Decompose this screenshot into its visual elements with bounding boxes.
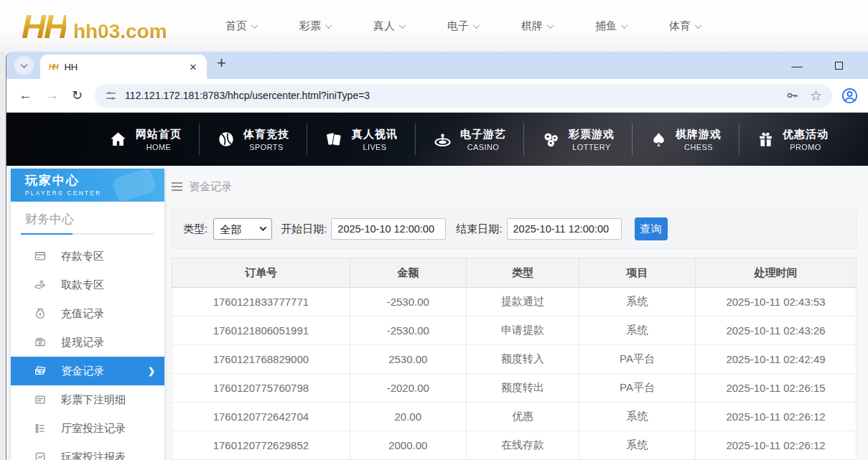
table-header-row: 订单号金额类型项目处理时间 — [172, 258, 857, 288]
sidebar-item-label: 存款专区 — [61, 250, 104, 263]
main-nav-title: 网站首页 — [136, 128, 182, 141]
table-row[interactable]: 1760121806051991-2530.00申请提款系统2025-10-11… — [172, 316, 857, 345]
main-nav-lives[interactable]: 真人视讯LIVES — [307, 123, 415, 155]
back-button[interactable]: ← — [12, 88, 39, 103]
sidebar-item-label: 彩票下注明细 — [61, 393, 126, 407]
bookmark-star-icon[interactable]: ☆ — [810, 88, 822, 104]
table-cell: 20.00 — [350, 403, 466, 431]
table-row[interactable]: 176012077264270420.00优惠系统2025-10-11 02:2… — [172, 403, 857, 431]
chevron-right-icon: ❯ — [148, 366, 155, 376]
table-header-cell: 订单号 — [172, 258, 350, 288]
end-date-input[interactable] — [507, 218, 622, 240]
chevron-down-icon — [325, 22, 332, 29]
main-nav-sports[interactable]: 体育竞技SPORTS — [199, 123, 307, 155]
reload-button[interactable]: ↻ — [65, 88, 89, 103]
sidebar-item-4[interactable]: 资金记录❯ — [11, 357, 164, 385]
main-nav-text: 电子游艺CASINO — [460, 128, 506, 151]
site-nav-label: 棋牌 — [521, 19, 543, 33]
window-minimize-button[interactable]: — — [786, 52, 808, 79]
main-nav-lottery[interactable]: 彩票游戏LOTTERY — [523, 123, 632, 155]
type-select[interactable]: 全部 — [213, 218, 272, 240]
funds-record-icon — [34, 365, 47, 377]
table-row[interactable]: 1760121833777771-2530.00提款通过系统2025-10-11… — [172, 288, 857, 316]
sidebar-item-6[interactable]: 厅室投注记录❯ — [11, 414, 164, 443]
table-header-cell: 金额 — [350, 258, 466, 288]
sidebar-item-label: 资金记录 — [61, 365, 104, 378]
room-bets-icon — [34, 422, 47, 435]
main-nav-home[interactable]: 网站首页HOME — [91, 123, 199, 155]
table-row[interactable]: 17601217688290002530.00额度转入PA平台2025-10-1… — [172, 345, 857, 374]
records-table: 订单号金额类型项目处理时间 1760121833777771-2530.00提款… — [172, 258, 857, 460]
sidebar-item-3[interactable]: 提现记录❯ — [11, 328, 164, 357]
sidebar-item-label: 充值记录 — [61, 307, 104, 321]
table-cell: 系统 — [579, 316, 696, 345]
withdraw-record-icon — [34, 336, 47, 349]
chevron-down-icon — [399, 22, 406, 29]
site-info-icon[interactable] — [105, 90, 117, 102]
table-cell: 额度转出 — [466, 374, 579, 403]
table-cell: PA平台 — [579, 374, 696, 403]
table-header-cell: 类型 — [466, 258, 579, 288]
site-nav-item-4[interactable]: 棋牌 — [500, 19, 574, 33]
home-icon — [108, 130, 128, 149]
chevron-down-icon — [251, 22, 258, 29]
main-nav-chess[interactable]: 棋牌游戏CHESS — [632, 123, 739, 155]
new-tab-button[interactable]: + — [217, 54, 226, 72]
sidebar-title: 玩家中心 — [25, 172, 164, 189]
site-nav-item-6[interactable]: 体育 — [648, 19, 722, 33]
site-nav-item-3[interactable]: 电子 — [426, 19, 500, 33]
url-text: 112.121.172.181:8783/hhcp/usercenter.htm… — [125, 90, 775, 101]
table-row[interactable]: 17601207726298522000.00在线存款系统2025-10-11 … — [172, 431, 857, 460]
main-nav-promo[interactable]: 优惠活动PROMO — [739, 123, 846, 155]
site-nav-item-1[interactable]: 彩票 — [279, 19, 353, 33]
recharge-record-icon — [34, 307, 47, 320]
browser-window: HH HH × + — ← → ↻ 112.121.172.181:8783/h… — [6, 52, 868, 460]
site-nav-item-5[interactable]: 捕鱼 — [574, 19, 648, 33]
password-key-icon[interactable] — [785, 88, 800, 103]
tab-close-icon[interactable]: × — [187, 60, 200, 75]
search-button[interactable]: 查询 — [635, 217, 668, 240]
browser-tab[interactable]: HH HH × — [40, 55, 207, 79]
sidebar-item-2[interactable]: 充值记录❯ — [11, 299, 164, 328]
site-logo[interactable]: HH hh03.com — [22, 9, 167, 43]
start-date-input[interactable] — [331, 218, 446, 240]
forward-button[interactable]: → — [39, 88, 65, 103]
site-nav-label: 彩票 — [299, 19, 321, 33]
breadcrumb-label: 资金记录 — [189, 180, 232, 194]
main-nav-casino[interactable]: 电子游艺CASINO — [415, 123, 523, 155]
sidebar-item-1[interactable]: 取款专区❯ — [11, 271, 164, 299]
site-nav-item-0[interactable]: 首页 — [205, 19, 279, 33]
tab-title: HH — [64, 62, 187, 72]
main-nav-text: 真人视讯LIVES — [352, 128, 398, 151]
lottery-balls-icon — [541, 130, 561, 149]
window-maximize-button[interactable] — [828, 52, 849, 79]
table-cell: 1760121806051991 — [172, 316, 350, 345]
address-bar[interactable]: 112.121.172.181:8783/hhcp/usercenter.htm… — [95, 84, 832, 108]
report-icon — [34, 451, 47, 460]
site-nav-label: 电子 — [447, 19, 469, 33]
menu-toggle-icon[interactable] — [172, 182, 182, 191]
profile-avatar-icon[interactable] — [841, 87, 859, 105]
tab-search-button[interactable] — [14, 56, 34, 75]
chevron-down-icon — [621, 22, 628, 29]
sidebar-item-0[interactable]: 存款专区❯ — [11, 242, 164, 271]
table-cell: 额度转入 — [466, 345, 579, 374]
filter-bar: 类型: 全部 开始日期: 结束日期: 查询 — [172, 209, 857, 249]
sidebar-item-label: 玩家投注报表 — [61, 451, 126, 460]
sidebar-item-7[interactable]: 玩家投注报表❯ — [11, 443, 164, 460]
sidebar-item-5[interactable]: 彩票下注明细❯ — [11, 385, 164, 414]
table-cell: 申请提款 — [466, 316, 579, 345]
maximize-icon — [835, 62, 843, 70]
sidebar-subtitle: PLAYERS CENTER — [25, 189, 164, 197]
table-cell: 1760121768829000 — [172, 345, 350, 374]
site-nav: 首页彩票真人电子棋牌捕鱼体育 — [205, 19, 722, 33]
table-cell: 2025-10-11 02:43:26 — [696, 316, 857, 345]
table-row[interactable]: 1760120775760798-2020.00额度转出PA平台2025-10-… — [172, 374, 857, 403]
sidebar-item-label: 取款专区 — [61, 278, 104, 292]
browser-toolbar: ← → ↻ 112.121.172.181:8783/hhcp/usercent… — [6, 79, 868, 113]
chevron-down-icon — [21, 61, 28, 68]
type-select-wrap: 全部 — [213, 218, 272, 240]
table-cell: -2020.00 — [350, 374, 466, 403]
site-nav-item-2[interactable]: 真人 — [353, 19, 426, 33]
logo-hh-text: HH — [22, 9, 66, 43]
